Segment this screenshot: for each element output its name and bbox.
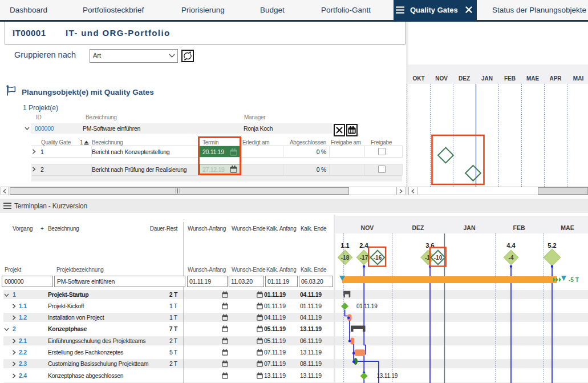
svg-text:DEZ: DEZ bbox=[412, 224, 425, 231]
svg-text:MAI: MAI bbox=[573, 75, 584, 82]
svg-text:NOV: NOV bbox=[435, 75, 448, 82]
svg-text:2.4: 2.4 bbox=[359, 242, 368, 249]
svg-text:-5 T: -5 T bbox=[569, 277, 579, 283]
svg-text:-18: -18 bbox=[341, 255, 350, 261]
svg-text:NOV: NOV bbox=[361, 224, 374, 231]
svg-text:-17: -17 bbox=[360, 255, 368, 261]
svg-text:5.2: 5.2 bbox=[548, 242, 556, 249]
svg-text:MAE: MAE bbox=[561, 224, 574, 231]
svg-text:APR: APR bbox=[549, 75, 562, 82]
svg-text:MAE: MAE bbox=[526, 75, 540, 82]
svg-text:FEB: FEB bbox=[504, 75, 516, 82]
svg-text:DEZ: DEZ bbox=[459, 75, 470, 82]
svg-text:-10: -10 bbox=[434, 255, 443, 261]
svg-text:4.4: 4.4 bbox=[506, 242, 516, 249]
svg-text:-4: -4 bbox=[509, 255, 514, 261]
svg-text:-16: -16 bbox=[374, 255, 382, 261]
svg-text:1.1: 1.1 bbox=[340, 242, 349, 249]
svg-text:JAN: JAN bbox=[481, 75, 493, 82]
svg-text:JAN: JAN bbox=[463, 224, 475, 231]
svg-text:FEB: FEB bbox=[513, 224, 525, 231]
svg-text:01.11.19: 01.11.19 bbox=[356, 303, 378, 309]
svg-text:OKT: OKT bbox=[412, 75, 424, 82]
svg-text:13.11.19: 13.11.19 bbox=[377, 373, 398, 379]
